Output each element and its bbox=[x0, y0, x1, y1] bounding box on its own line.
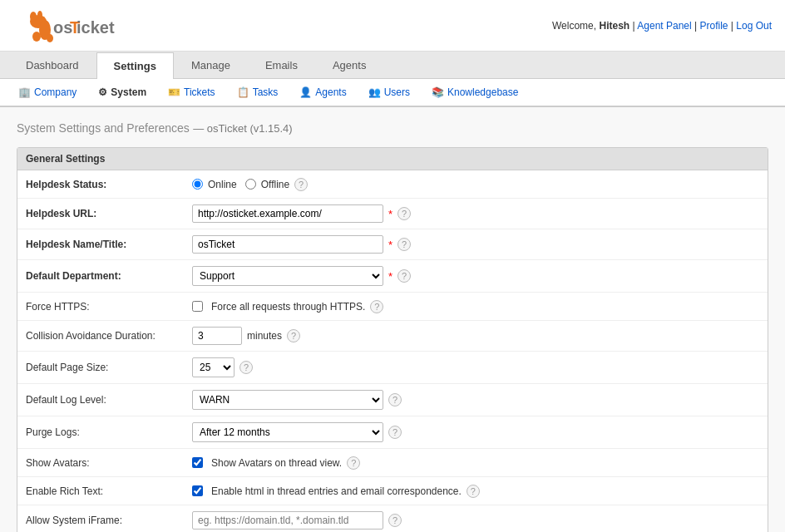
status-help-icon[interactable]: ? bbox=[294, 178, 308, 191]
svg-point-2 bbox=[32, 32, 41, 42]
subnav-agents[interactable]: 👤 Agents bbox=[291, 83, 354, 101]
page-subtitle: — osTicket (v1.15.4) bbox=[193, 122, 292, 135]
force-https-checkbox[interactable] bbox=[192, 301, 203, 312]
header: os T icket Welcome, Hitesh | Agent Panel… bbox=[0, 0, 785, 52]
collision-help-icon[interactable]: ? bbox=[287, 329, 300, 342]
show-avatars-checkbox[interactable] bbox=[192, 457, 203, 468]
profile-link[interactable]: Profile bbox=[699, 20, 728, 32]
iframe-input[interactable] bbox=[192, 511, 383, 530]
show-avatars-row: Show Avatars: Show Avatars on thread vie… bbox=[17, 449, 768, 477]
svg-point-3 bbox=[47, 34, 53, 42]
purge-logs-select[interactable]: Never After 1 month After 3 months After… bbox=[192, 422, 383, 442]
purge-logs-value: Never After 1 month After 3 months After… bbox=[192, 422, 759, 442]
log-level-value: DEBUG INFO WARN ERROR ? bbox=[192, 390, 759, 410]
tab-agents[interactable]: Agents bbox=[315, 52, 383, 78]
default-dept-value: Support * ? bbox=[192, 266, 759, 286]
iframe-value: ? bbox=[192, 511, 759, 530]
tasks-icon: 📋 bbox=[237, 86, 249, 98]
rich-text-value: Enable html in thread entries and email … bbox=[192, 485, 759, 498]
collision-row: Collision Avoidance Duration: minutes ? bbox=[17, 321, 768, 352]
nav-tabs: Dashboard Settings Manage Emails Agents bbox=[0, 52, 785, 79]
force-https-value: Force all requests through HTTPS. ? bbox=[192, 300, 759, 313]
rich-text-help-icon[interactable]: ? bbox=[467, 485, 480, 498]
helpdesk-name-row: Helpdesk Name/Title: * ? bbox=[17, 229, 768, 260]
force-https-label: Force HTTPS: bbox=[26, 301, 192, 313]
agent-panel-link[interactable]: Agent Panel bbox=[637, 20, 691, 32]
subnav-knowledgebase[interactable]: 📚 Knowledgebase bbox=[423, 83, 526, 101]
knowledgebase-icon: 📚 bbox=[432, 86, 444, 98]
helpdesk-name-label: Helpdesk Name/Title: bbox=[26, 239, 192, 250]
logo-svg: os T icket bbox=[13, 7, 121, 44]
collision-suffix: minutes bbox=[247, 330, 282, 342]
log-level-row: Default Log Level: DEBUG INFO WARN ERROR… bbox=[17, 384, 768, 416]
header-user-info: Welcome, Hitesh | Agent Panel | Profile … bbox=[552, 20, 772, 32]
collision-input[interactable] bbox=[192, 327, 242, 345]
default-dept-select[interactable]: Support bbox=[192, 266, 383, 286]
name-help-icon[interactable]: ? bbox=[397, 238, 411, 251]
helpdesk-status-value: Online Offline ? bbox=[192, 178, 759, 191]
subnav-tasks[interactable]: 📋 Tasks bbox=[229, 83, 287, 101]
logo: os T icket bbox=[13, 7, 121, 44]
rich-text-text: Enable html in thread entries and email … bbox=[211, 485, 462, 497]
online-radio-label[interactable]: Online bbox=[192, 179, 237, 190]
online-radio[interactable] bbox=[192, 179, 203, 190]
https-help-icon[interactable]: ? bbox=[370, 300, 383, 313]
svg-text:icket: icket bbox=[77, 18, 115, 37]
name-required: * bbox=[388, 239, 392, 251]
iframe-row: Allow System iFrame: ? bbox=[17, 505, 768, 532]
helpdesk-name-value: * ? bbox=[192, 235, 759, 254]
helpdesk-url-label: Helpdesk URL: bbox=[26, 208, 192, 219]
company-icon: 🏢 bbox=[18, 86, 31, 98]
dept-help-icon[interactable]: ? bbox=[397, 269, 411, 283]
helpdesk-url-row: Helpdesk URL: * ? bbox=[17, 199, 768, 229]
rich-text-label: Enable Rich Text: bbox=[26, 485, 192, 497]
logout-link[interactable]: Log Out bbox=[736, 20, 772, 32]
show-avatars-text: Show Avatars on thread view. bbox=[211, 457, 342, 469]
page-size-help-icon[interactable]: ? bbox=[239, 361, 253, 374]
helpdesk-status-label: Helpdesk Status: bbox=[26, 179, 192, 190]
status-radio-group: Online Offline bbox=[192, 179, 289, 190]
dept-required: * bbox=[388, 270, 392, 283]
subnav-users[interactable]: 👥 Users bbox=[360, 83, 418, 101]
iframe-help-icon[interactable]: ? bbox=[388, 514, 402, 527]
subnav-system[interactable]: ⚙ System bbox=[90, 83, 155, 101]
helpdesk-status-row: Helpdesk Status: Online Offline ? bbox=[17, 170, 768, 199]
page-size-label: Default Page Size: bbox=[26, 362, 192, 373]
purge-logs-help-icon[interactable]: ? bbox=[388, 426, 402, 439]
agents-icon: 👤 bbox=[299, 86, 312, 98]
purge-logs-label: Purge Logs: bbox=[26, 426, 192, 438]
system-icon: ⚙ bbox=[98, 86, 107, 98]
iframe-label: Allow System iFrame: bbox=[26, 515, 192, 526]
collision-value: minutes ? bbox=[192, 327, 759, 345]
tab-settings[interactable]: Settings bbox=[96, 52, 174, 79]
main-content: System Settings and Preferences — osTick… bbox=[0, 107, 785, 532]
svg-point-4 bbox=[30, 12, 37, 22]
log-level-select[interactable]: DEBUG INFO WARN ERROR bbox=[192, 390, 383, 410]
username: Hitesh bbox=[599, 20, 629, 32]
url-required: * bbox=[388, 208, 392, 220]
tickets-icon: 🎫 bbox=[168, 86, 180, 98]
force-https-text: Force all requests through HTTPS. bbox=[211, 301, 365, 313]
tab-dashboard[interactable]: Dashboard bbox=[8, 52, 96, 78]
page-title: System Settings and Preferences — osTick… bbox=[17, 121, 768, 135]
log-level-help-icon[interactable]: ? bbox=[388, 393, 402, 406]
url-help-icon[interactable]: ? bbox=[397, 207, 411, 220]
welcome-text: Welcome, bbox=[552, 20, 599, 32]
offline-radio-label[interactable]: Offline bbox=[245, 179, 289, 190]
helpdesk-name-input[interactable] bbox=[192, 235, 383, 254]
subnav-company[interactable]: 🏢 Company bbox=[10, 83, 85, 101]
helpdesk-url-input[interactable] bbox=[192, 204, 383, 223]
subnav-tickets[interactable]: 🎫 Tickets bbox=[160, 83, 224, 101]
tab-emails[interactable]: Emails bbox=[248, 52, 315, 78]
tab-manage[interactable]: Manage bbox=[174, 52, 248, 78]
general-settings-header: General Settings bbox=[17, 148, 768, 170]
sub-nav: 🏢 Company ⚙ System 🎫 Tickets 📋 Tasks 👤 A… bbox=[0, 79, 785, 107]
users-icon: 👥 bbox=[368, 86, 381, 98]
avatars-help-icon[interactable]: ? bbox=[347, 456, 360, 470]
collision-label: Collision Avoidance Duration: bbox=[26, 330, 192, 342]
show-avatars-value: Show Avatars on thread view. ? bbox=[192, 456, 759, 470]
offline-radio[interactable] bbox=[245, 179, 256, 190]
rich-text-checkbox[interactable] bbox=[192, 485, 203, 496]
svg-point-5 bbox=[37, 11, 42, 19]
page-size-select[interactable]: 10 15 25 50 100 bbox=[192, 357, 235, 377]
